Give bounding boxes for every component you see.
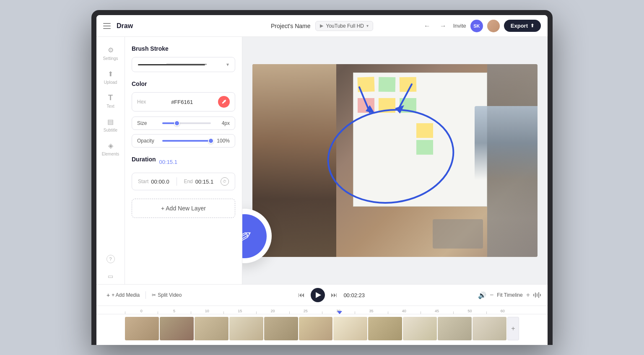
timeline-controls: + + Add Media ✂ Split Video ⏮ ⏭ 00:0 [96, 285, 548, 306]
draw-circle: ✏ [242, 214, 267, 258]
play-button[interactable] [311, 288, 325, 302]
sidebar-upload-label: Upload [104, 80, 117, 85]
pencil-icon: ✏ [242, 223, 256, 249]
waveform-icon[interactable] [533, 292, 541, 298]
export-share-icon: ⬆ [530, 23, 534, 29]
format-label: YouTube Full HD [326, 23, 364, 29]
add-clip-button[interactable]: + [507, 317, 519, 340]
canvas-content[interactable] [252, 64, 538, 257]
canvas-area: ✏ [242, 37, 548, 284]
subtitle-icon: ▤ [106, 117, 115, 126]
add-media-plus-icon: + [106, 292, 110, 298]
ruler-mark-5: 5 [158, 309, 190, 314]
thumb-5[interactable] [264, 317, 298, 340]
add-media-label: + Add Media [112, 292, 140, 298]
size-value: 4px [215, 120, 230, 126]
end-value[interactable]: 00:15.1 [195, 179, 213, 185]
sidebar-item-chat[interactable]: ▭ [99, 268, 122, 284]
thumb-10[interactable] [438, 317, 472, 340]
format-chevron: ▾ [366, 23, 369, 28]
thumb-9[interactable] [403, 317, 437, 340]
add-layer-button[interactable]: + Add New Layer [132, 199, 235, 218]
header-left: Draw [103, 22, 133, 30]
invite-button[interactable]: Invite [453, 23, 466, 29]
time-divider [177, 177, 177, 186]
header-center: Project's Name ▶ YouTube Full HD ▾ [271, 21, 373, 31]
thumb-3[interactable] [195, 317, 229, 340]
export-label: Export [511, 23, 528, 29]
opacity-slider[interactable] [162, 140, 211, 142]
sidebar-item-subtitle[interactable]: ▤ Subtitle [99, 114, 122, 136]
size-slider-thumb[interactable] [174, 120, 180, 126]
thumb-1[interactable] [125, 317, 159, 340]
thumb-7[interactable] [333, 317, 367, 340]
zoom-minus[interactable]: − [490, 291, 493, 299]
whiteboard [353, 73, 487, 207]
brush-stroke-label: Brush Stroke [132, 45, 235, 52]
size-slider[interactable] [162, 122, 211, 124]
opacity-slider-thumb[interactable] [208, 138, 214, 144]
ruler-mark-40: 40 [388, 309, 421, 314]
end-field: End 00:15.1 [184, 179, 213, 185]
header-right: ← → Invite SK Export ⬆ [421, 20, 541, 32]
person-right [475, 106, 538, 198]
thumb-2[interactable] [160, 317, 194, 340]
add-media-button[interactable]: + + Add Media [103, 290, 143, 300]
timeline-right: 🔊 − Fit Timeline + [478, 291, 541, 299]
eyedropper-icon [221, 99, 227, 105]
sticky-2 [379, 77, 396, 92]
export-button[interactable]: Export ⬆ [504, 20, 541, 32]
menu-icon[interactable] [103, 23, 111, 29]
ruler-mark-0: 0 [125, 309, 158, 314]
sidebar-item-elements[interactable]: ◈ Elements [99, 137, 122, 160]
brush-preview [138, 64, 205, 65]
duration-section: Duration 00:15.1 Start 00:00.0 End 00:15… [132, 156, 235, 190]
thumb-6[interactable] [299, 317, 333, 340]
sidebar-item-help[interactable]: ? [99, 251, 122, 267]
zoom-plus[interactable]: + [526, 291, 530, 299]
ruler-marks: 0 5 10 15 20 25 30 35 40 45 50 60 [125, 309, 519, 314]
waveform-bar-3 [537, 293, 538, 297]
playhead[interactable] [337, 311, 342, 314]
sidebar-settings-label: Settings [103, 56, 118, 61]
timeline-area: + + Add Media ✂ Split Video ⏮ ⏭ 00:0 [96, 284, 548, 345]
thumb-11[interactable] [473, 317, 506, 340]
text-icon: T [106, 93, 115, 102]
control-separator [145, 291, 146, 299]
split-video-button[interactable]: ✂ Split Video [148, 290, 185, 300]
sticky-5 [379, 98, 395, 113]
start-value[interactable]: 00:00.0 [151, 179, 169, 185]
skip-back-button[interactable]: ⏮ [298, 291, 305, 299]
hex-value[interactable]: #FF6161 [171, 99, 193, 105]
sidebar-item-text[interactable]: T Text [99, 90, 122, 112]
fit-timeline-button[interactable]: Fit Timeline [497, 292, 522, 298]
clock-icon[interactable]: ⏱ [221, 177, 229, 186]
app-title: Draw [117, 22, 133, 30]
project-name[interactable]: Project's Name [271, 23, 310, 29]
skip-forward-button[interactable]: ⏭ [331, 291, 338, 299]
brush-stroke-selector[interactable]: ▾ [132, 57, 235, 72]
timeline-ruler: 0 5 10 15 20 25 30 35 40 45 50 60 [96, 306, 548, 314]
playhead-triangle [337, 311, 342, 314]
nav-back-button[interactable]: ← [421, 20, 433, 32]
timeline-thumbnails: + [96, 314, 548, 343]
waveform-bar-1 [533, 294, 534, 296]
sidebar-elements-label: Elements [102, 152, 119, 156]
color-picker-button[interactable] [218, 96, 230, 108]
settings-icon: ⚙ [106, 45, 115, 54]
sidebar-item-settings[interactable]: ⚙ Settings [99, 42, 122, 64]
opacity-slider-row: Opacity 100% [132, 134, 235, 148]
size-slider-row: Size 4px [132, 117, 235, 130]
thumb-4[interactable] [229, 317, 263, 340]
end-label: End [184, 179, 192, 184]
sticky-6 [400, 98, 416, 113]
nav-forward-button[interactable]: → [437, 20, 449, 32]
hex-label: Hex [137, 99, 146, 105]
volume-icon[interactable]: 🔊 [478, 291, 486, 299]
left-panel: Brush Stroke ▾ Color Hex #FF6161 [125, 37, 242, 284]
sidebar-text-label: Text [106, 104, 114, 109]
format-selector[interactable]: ▶ YouTube Full HD ▾ [315, 21, 373, 31]
thumb-8[interactable] [368, 317, 402, 340]
sticky-3 [400, 77, 417, 92]
sidebar-item-upload[interactable]: ⬆ Upload [99, 66, 122, 88]
